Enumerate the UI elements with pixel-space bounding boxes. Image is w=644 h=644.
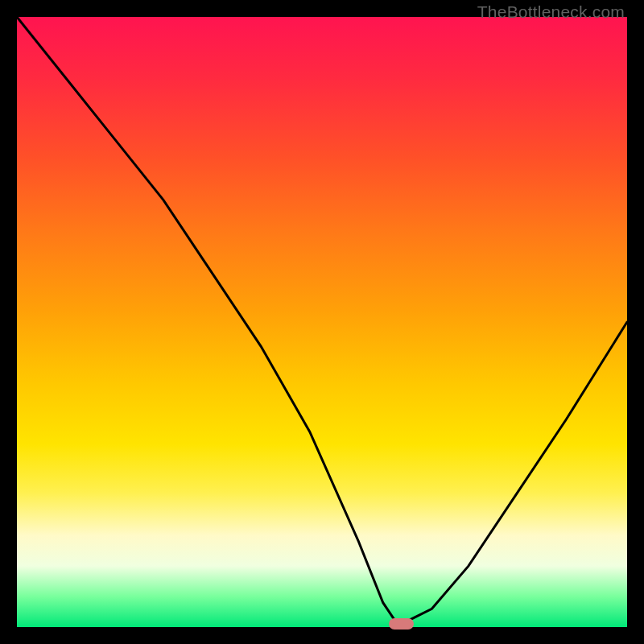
optimal-marker bbox=[389, 618, 413, 630]
chart-frame: TheBottleneck.com bbox=[0, 0, 644, 644]
plot-area bbox=[17, 17, 627, 627]
watermark-text: TheBottleneck.com bbox=[477, 2, 625, 22]
bottleneck-curve-path bbox=[17, 17, 627, 621]
curve-svg bbox=[17, 17, 627, 627]
